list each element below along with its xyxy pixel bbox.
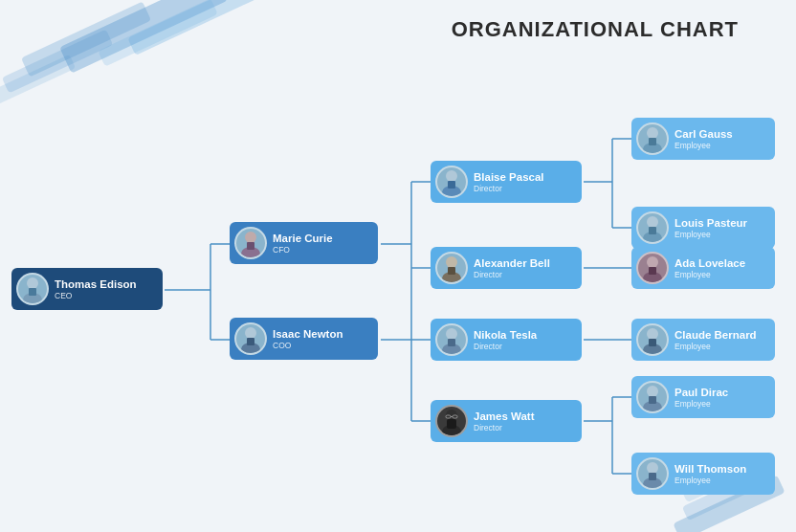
e1-text: Carl Gauss Employee [674, 127, 733, 151]
node-d3: Nikola Tesla Director [431, 319, 582, 361]
node-e2: Louis Pasteur Employee [631, 207, 775, 249]
avatar-e4 [636, 323, 669, 356]
node-e1: Carl Gauss Employee [631, 118, 775, 160]
svg-point-63 [647, 462, 658, 474]
svg-point-60 [647, 386, 658, 397]
coo-text: Isaac Newton COO [273, 327, 343, 351]
svg-rect-59 [649, 339, 656, 346]
node-ceo: Thomas Edison CEO [11, 268, 163, 310]
svg-point-27 [245, 232, 256, 243]
avatar-d1 [435, 166, 468, 198]
node-d2: Alexander Bell Director [431, 247, 582, 289]
avatar-e2 [636, 211, 669, 244]
node-coo: Isaac Newton COO [230, 318, 378, 360]
avatar-e6 [636, 457, 669, 490]
avatar-d3 [435, 323, 468, 356]
svg-rect-32 [247, 338, 254, 345]
svg-point-24 [27, 277, 38, 289]
d4-text: James Watt Director [474, 410, 535, 433]
svg-point-30 [245, 327, 256, 339]
cfo-text: Marie Curie CFO [273, 232, 333, 255]
avatar-e5 [636, 381, 669, 413]
node-e3: Ada Lovelace Employee [631, 247, 775, 289]
svg-rect-56 [649, 267, 656, 275]
avatar-cfo [234, 227, 267, 259]
avatar-d2 [435, 252, 468, 284]
svg-rect-29 [247, 242, 254, 250]
svg-rect-50 [649, 138, 656, 145]
e4-text: Claude Bernard Employee [674, 328, 757, 352]
svg-point-36 [446, 256, 457, 268]
svg-rect-35 [448, 181, 455, 188]
svg-point-39 [446, 328, 457, 340]
avatar-ceo [16, 273, 49, 305]
d3-text: Nikola Tesla Director [474, 328, 537, 352]
d2-text: Alexander Bell Director [474, 256, 550, 280]
avatar-e3 [636, 252, 669, 284]
node-cfo: Marie Curie CFO [230, 222, 378, 264]
node-d4: James Watt Director [431, 400, 582, 442]
svg-rect-53 [649, 227, 656, 234]
svg-point-57 [647, 328, 658, 340]
e2-text: Louis Pasteur Employee [674, 216, 747, 240]
svg-rect-26 [29, 288, 36, 296]
d1-text: Blaise Pascal Director [474, 170, 544, 194]
e6-text: Will Thomson Employee [674, 462, 746, 486]
svg-point-51 [647, 216, 658, 228]
node-d1: Blaise Pascal Director [431, 161, 582, 203]
node-e5: Paul Dirac Employee [631, 376, 775, 418]
avatar-d4 [435, 405, 468, 437]
e5-text: Paul Dirac Employee [674, 386, 728, 410]
svg-rect-65 [649, 473, 656, 480]
avatar-e1 [636, 122, 669, 155]
svg-rect-38 [448, 267, 455, 275]
svg-point-33 [446, 170, 457, 182]
node-e6: Will Thomson Employee [631, 453, 775, 495]
svg-rect-41 [448, 339, 455, 346]
org-chart: Thomas Edison CEO Marie Curie CFO [10, 57, 786, 522]
node-e4: Claude Bernard Employee [631, 319, 775, 361]
svg-rect-44 [447, 419, 456, 429]
svg-point-54 [647, 256, 658, 268]
e3-text: Ada Lovelace Employee [674, 256, 745, 280]
svg-rect-62 [649, 396, 656, 404]
avatar-coo [234, 322, 267, 355]
ceo-text: Thomas Edison CEO [55, 277, 137, 301]
svg-point-48 [647, 127, 658, 139]
page-title: ORGANIZATIONAL CHART [452, 17, 739, 42]
